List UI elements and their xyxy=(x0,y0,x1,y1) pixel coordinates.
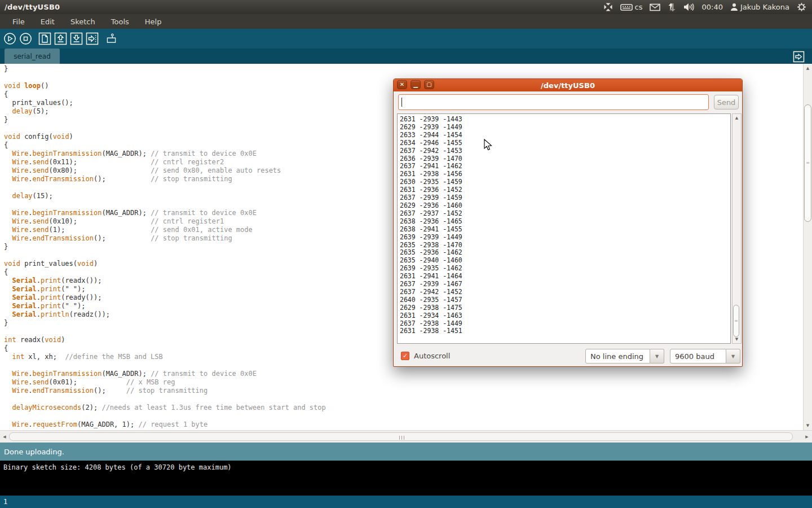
serial-line: 2629 -2936 -1460 xyxy=(400,202,730,210)
line-number: 1 xyxy=(3,498,7,506)
stop-button[interactable] xyxy=(19,32,32,45)
code-line: Wire.send(0x01); // x MSB reg xyxy=(4,378,803,387)
serial-line: 2637 -2937 -1452 xyxy=(400,210,730,218)
open-icon xyxy=(54,32,67,45)
scroll-right-icon[interactable]: ▶ xyxy=(804,433,810,440)
serial-line: 2635 -2940 -1460 xyxy=(400,257,730,265)
serial-line: 2630 -2935 -1459 xyxy=(400,178,730,186)
serial-line: 2637 -2942 -1453 xyxy=(400,147,730,155)
status-bar: Done uploading. xyxy=(0,443,812,461)
text-caret xyxy=(401,98,402,107)
serial-scrollbar[interactable]: ▲ ≡ ▼ xyxy=(732,113,742,344)
status-message: Done uploading. xyxy=(4,448,64,456)
serial-monitor-controls: ✓ Autoscroll No line ending ▼ 9600 baud … xyxy=(394,348,742,367)
send-button[interactable]: Send xyxy=(714,95,739,110)
autoscroll-checkbox[interactable]: ✓ xyxy=(401,352,409,360)
serial-send-input[interactable] xyxy=(398,94,709,110)
save-button[interactable] xyxy=(70,32,83,45)
serial-line: 2631 -2941 -1464 xyxy=(400,273,730,281)
volume-icon[interactable] xyxy=(683,3,694,11)
open-button[interactable] xyxy=(54,32,67,45)
tab-strip: serial_read xyxy=(0,49,812,64)
menubar: FileEditSketchToolsHelp xyxy=(0,14,812,29)
chevron-down-icon[interactable]: ▼ xyxy=(650,349,664,364)
minimize-icon[interactable]: ▁ xyxy=(411,80,421,89)
save-icon xyxy=(70,32,83,45)
serial-line: 2629 -2938 -1475 xyxy=(400,304,730,312)
tab-serial-read[interactable]: serial_read xyxy=(5,49,60,64)
tab-menu-button[interactable] xyxy=(792,51,805,62)
system-tray: cs 00:40 Jakub Kakona xyxy=(603,2,812,12)
code-line: Wire.requestFrom(MAG_ADDR, 1); // reques… xyxy=(4,421,803,429)
toolbar xyxy=(0,29,812,49)
scrollbar-grip: ≡ xyxy=(806,161,810,165)
console-text: Binary sketch size: 4208 bytes (of a 307… xyxy=(3,463,232,471)
serial-monitor-titlebar[interactable]: /dev/ttyUSB0 xyxy=(394,79,742,91)
indicator-applet-icon[interactable] xyxy=(603,2,613,12)
chevron-down-icon[interactable]: ▼ xyxy=(726,349,740,364)
session-gear-icon[interactable] xyxy=(797,2,806,12)
serial-line: 2634 -2946 -1455 xyxy=(400,139,730,147)
code-line: delayMicroseconds(2); //needs at least 1… xyxy=(4,404,803,412)
verify-button[interactable] xyxy=(3,32,16,45)
menu-sketch[interactable]: Sketch xyxy=(63,15,103,28)
scroll-up-icon[interactable]: ▲ xyxy=(732,115,741,121)
user-icon xyxy=(730,3,738,11)
screen: /dev/ttyUSB0 cs 00:40 Jakub Kakona xyxy=(0,0,812,508)
scroll-left-icon[interactable]: ◀ xyxy=(1,433,8,440)
scroll-down-icon[interactable]: ▼ xyxy=(804,422,812,429)
clock[interactable]: 00:40 xyxy=(701,3,722,11)
serial-line: 2639 -2939 -1449 xyxy=(400,234,730,242)
serial-line: 2635 -2936 -1462 xyxy=(400,249,730,257)
serial-line: 2637 -2942 -1452 xyxy=(400,288,730,296)
serial-line: 2638 -2941 -1455 xyxy=(400,226,730,234)
serial-line: 2640 -2935 -1457 xyxy=(400,296,730,304)
menu-edit[interactable]: Edit xyxy=(33,15,63,28)
editor-scrollbar-thumb[interactable]: ≡ xyxy=(804,104,811,222)
line-number-bar: 1 xyxy=(0,496,812,508)
user-menu[interactable]: Jakub Kakona xyxy=(730,3,789,11)
scroll-down-icon[interactable]: ▼ xyxy=(732,336,741,343)
serial-scrollbar-thumb[interactable]: ≡ xyxy=(733,305,739,337)
menu-tools[interactable]: Tools xyxy=(103,15,137,28)
upload-button[interactable] xyxy=(86,32,99,45)
serial-line: 2639 -2935 -1462 xyxy=(400,265,730,273)
editor-horizontal-scrollbar[interactable]: ◀ ▶ xyxy=(0,430,812,443)
serial-line: 2638 -2936 -1465 xyxy=(400,218,730,226)
serial-monitor-icon xyxy=(105,32,118,45)
scroll-up-icon[interactable]: ▲ xyxy=(804,65,812,72)
serial-line: 2637 -2939 -1467 xyxy=(400,281,730,288)
tab-label: serial_read xyxy=(14,52,51,60)
code-line: } xyxy=(4,65,803,73)
new-sketch-icon xyxy=(38,32,51,45)
serial-monitor-button[interactable] xyxy=(105,32,118,45)
new-sketch-button[interactable] xyxy=(38,32,51,45)
serial-line: 2631 -2939 -1443 xyxy=(400,116,730,124)
serial-output-area[interactable]: 2631 -2939 -14432629 -2939 -14492633 -29… xyxy=(397,113,731,344)
network-arrows-icon[interactable] xyxy=(668,3,676,12)
serial-line: 2631 -2938 -1456 xyxy=(400,170,730,178)
mail-icon[interactable] xyxy=(650,3,660,11)
serial-line: 2631 -2934 -1463 xyxy=(400,312,730,320)
menu-file[interactable]: File xyxy=(5,15,33,28)
serial-line: 2637 -2939 -1459 xyxy=(400,194,730,202)
code-line xyxy=(4,395,803,404)
menu-help[interactable]: Help xyxy=(137,15,170,28)
serial-line: 2633 -2944 -1454 xyxy=(400,132,730,139)
window-title: /dev/ttyUSB0 xyxy=(0,3,60,11)
close-icon[interactable]: ✕ xyxy=(397,80,407,89)
serial-line: 2629 -2939 -1449 xyxy=(400,124,730,132)
editor-vertical-scrollbar[interactable]: ▲ ≡ ▼ xyxy=(803,64,812,430)
serial-monitor-window: /dev/ttyUSB0 ✕ ▁ ▢ Send 2631 -2939 -1443… xyxy=(393,78,743,367)
serial-line: 2631 -2936 -1452 xyxy=(400,186,730,194)
keyboard-layout-indicator[interactable]: cs xyxy=(620,3,643,11)
line-ending-select[interactable]: No line ending xyxy=(585,349,650,364)
maximize-icon[interactable]: ▢ xyxy=(424,80,434,89)
baud-rate-select[interactable]: 9600 baud xyxy=(670,349,726,364)
serial-line: 2631 -2938 -1451 xyxy=(400,327,730,335)
verify-icon xyxy=(3,32,16,45)
horizontal-scrollbar-thumb[interactable] xyxy=(9,432,793,441)
serial-line: 2637 -2941 -1462 xyxy=(400,163,730,170)
user-name: Jakub Kakona xyxy=(740,3,789,11)
code-line: Wire.endTransmission(); // stop transmit… xyxy=(4,387,803,395)
